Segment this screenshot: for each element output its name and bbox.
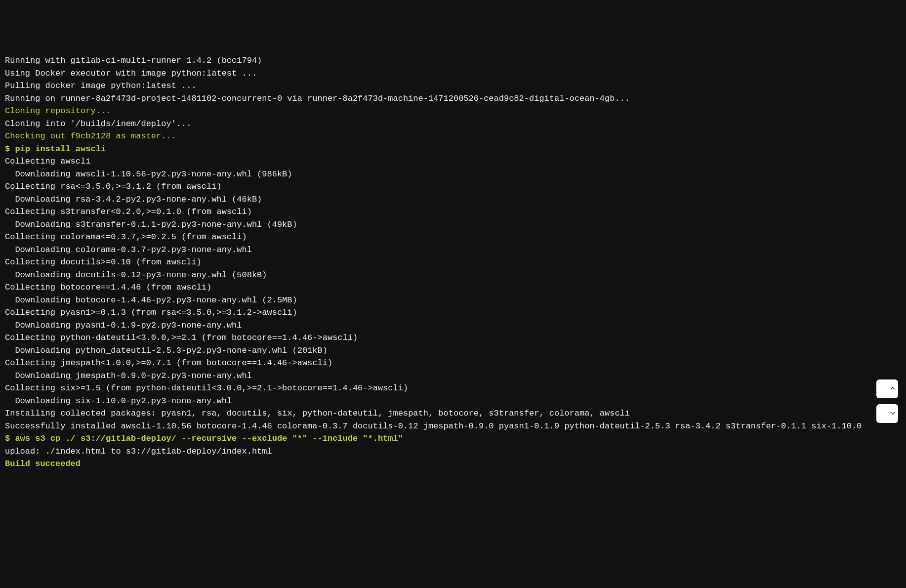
terminal-line: Downloading colorama-0.3.7-py2.py3-none-… (5, 244, 901, 256)
terminal-line: Downloading six-1.10.0-py2.py3-none-any.… (5, 395, 901, 408)
terminal-line: Installing collected packages: pyasn1, r… (5, 407, 901, 420)
scroll-down-button[interactable] (876, 404, 898, 423)
terminal-line: Downloading s3transfer-0.1.1-py2.py3-non… (5, 218, 901, 231)
terminal-line: Collecting python-dateutil<3.0.0,>=2.1 (… (5, 332, 901, 344)
chevron-down-icon (878, 402, 897, 426)
terminal-line: Collecting rsa<=3.5.0,>=3.1.2 (from awsc… (5, 180, 901, 193)
terminal-line: Collecting six>=1.5 (from python-dateuti… (5, 382, 901, 395)
terminal-line: Using Docker executor with image python:… (5, 67, 901, 80)
terminal-output: Running with gitlab-ci-multi-runner 1.4.… (5, 54, 901, 483)
terminal-line: Checking out f9cb2128 as master... (5, 130, 901, 143)
chevron-up-icon (878, 377, 897, 401)
terminal-line: upload: ./index.html to s3://gitlab-depl… (5, 445, 901, 458)
scroll-nav (876, 379, 898, 423)
terminal-line: Running on runner-8a2f473d-project-14811… (5, 92, 901, 105)
terminal-line: Successfully installed awscli-1.10.56 bo… (5, 420, 901, 433)
terminal-line: Cloning repository... (5, 105, 901, 118)
terminal-line: Downloading jmespath-0.9.0-py2.py3-none-… (5, 370, 901, 382)
terminal-line: Cloning into '/builds/inem/deploy'... (5, 118, 901, 130)
terminal-line: Collecting jmespath<1.0.0,>=0.7.1 (from … (5, 357, 901, 370)
terminal-line: Downloading botocore-1.4.46-py2.py3-none… (5, 294, 901, 307)
terminal-line: Collecting botocore==1.4.46 (from awscli… (5, 281, 901, 294)
terminal-line: Downloading python_dateutil-2.5.3-py2.py… (5, 344, 901, 357)
terminal-line: Collecting pyasn1>=0.1.3 (from rsa<=3.5.… (5, 306, 901, 319)
terminal-line: Pulling docker image python:latest ... (5, 80, 901, 92)
scroll-up-button[interactable] (876, 379, 898, 398)
terminal-line: Collecting s3transfer<0.2.0,>=0.1.0 (fro… (5, 206, 901, 218)
terminal-line: Downloading awscli-1.10.56-py2.py3-none-… (5, 168, 901, 181)
terminal-line: Collecting colorama<=0.3.7,>=0.2.5 (from… (5, 231, 901, 244)
terminal-line: $ aws s3 cp ./ s3://gitlab-deploy/ --rec… (5, 432, 901, 445)
terminal-line: $ pip install awscli (5, 143, 901, 156)
terminal-line: Collecting awscli (5, 155, 901, 168)
terminal-line: Collecting docutils>=0.10 (from awscli) (5, 256, 901, 269)
terminal-line: Running with gitlab-ci-multi-runner 1.4.… (5, 54, 901, 67)
terminal-line (5, 470, 901, 483)
terminal-line: Downloading pyasn1-0.1.9-py2.py3-none-an… (5, 319, 901, 332)
terminal-line: Downloading docutils-0.12-py3-none-any.w… (5, 269, 901, 282)
terminal-line: Build succeeded (5, 458, 901, 470)
terminal-line: Downloading rsa-3.4.2-py2.py3-none-any.w… (5, 193, 901, 206)
